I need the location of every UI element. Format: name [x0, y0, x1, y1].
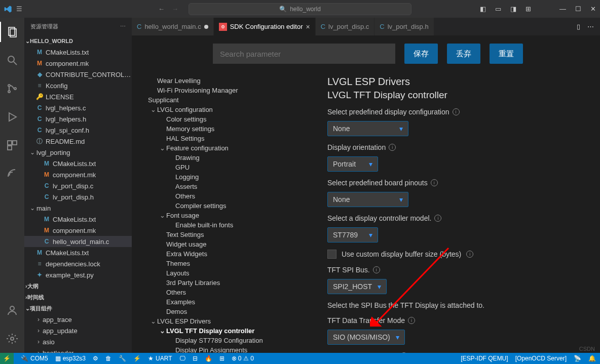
info-icon[interactable]: i [434, 215, 441, 222]
info-icon[interactable]: i [389, 144, 396, 151]
file-row[interactable]: MCMakeLists.txt [24, 247, 132, 258]
activity-debug-icon[interactable] [0, 107, 24, 127]
search-parameter-input[interactable] [213, 44, 395, 64]
config-tree-row[interactable]: HAL Settings [140, 134, 319, 143]
reset-button[interactable]: 重置 [490, 44, 523, 64]
file-row[interactable]: Mcomponent.mk [24, 225, 132, 236]
config-tree-row[interactable]: ⌄Feature configuration [140, 143, 319, 153]
config-tree-row[interactable]: Widget usage [140, 239, 319, 249]
file-row[interactable]: Clvgl_helpers.c [24, 102, 132, 113]
editor-tab[interactable]: Chello_world_main.c [132, 18, 214, 35]
editor-tab[interactable]: ⚙SDK Configuration editor× [214, 18, 316, 35]
nav-forward-icon[interactable]: → [172, 5, 178, 13]
file-row[interactable]: Mcomponent.mk [24, 169, 132, 180]
status-errors-icon[interactable]: ⊗ 0 ⚠ 0 [232, 355, 254, 362]
explorer-root[interactable]: ⌄HELLO_WORLD [24, 35, 132, 47]
nav-back-icon[interactable]: ← [158, 5, 165, 13]
activity-accounts-icon[interactable] [0, 300, 24, 320]
config-tree-row[interactable]: Themes [140, 259, 319, 268]
config-tree-row[interactable]: Others [140, 191, 319, 201]
config-tree-row[interactable]: Others [140, 288, 319, 297]
status-action1-icon[interactable]: ⊟ [193, 355, 198, 362]
config-tree-row[interactable]: Display Pin Assignments [140, 345, 319, 353]
layout-customize-icon[interactable]: ⊞ [526, 5, 531, 13]
config-tree-row[interactable]: Enable built-in fonts [140, 220, 319, 230]
section-timeline[interactable]: ›时间线 [24, 292, 132, 303]
info-icon[interactable]: i [453, 108, 460, 115]
status-chip[interactable]: ▦ esp32s3 [55, 355, 86, 362]
file-row[interactable]: ≡Kconfig [24, 80, 132, 91]
config-select[interactable]: SPI2_HOST [327, 279, 387, 294]
file-row[interactable]: Mcomponent.mk [24, 58, 132, 69]
config-tree-row[interactable]: Memory settings [140, 124, 319, 134]
component-row[interactable]: ›asio [24, 336, 132, 347]
file-row[interactable]: MCMakeLists.txt [24, 158, 132, 169]
status-bell-icon[interactable]: 🔔 [588, 355, 596, 362]
status-flame-icon[interactable]: 🔥 [205, 355, 212, 362]
config-tree-row[interactable]: Extra Widgets [140, 249, 319, 259]
file-row[interactable]: Chello_world_main.c [24, 236, 132, 247]
file-row[interactable]: Clv_port_disp.c [24, 180, 132, 191]
status-action2-icon[interactable]: ⊞ [219, 355, 224, 362]
config-select[interactable]: ST7789 [327, 227, 378, 242]
config-tree-row[interactable]: Wi-Fi Provisioning Manager [140, 86, 319, 95]
editor-tab[interactable]: Clv_port_disp.h [374, 18, 434, 35]
config-tree-row[interactable]: GPU [140, 163, 319, 172]
file-row[interactable]: Clvgl_spi_conf.h [24, 125, 132, 136]
window-minimize-icon[interactable]: — [559, 5, 566, 13]
status-com-port[interactable]: 🔌 COM5 [21, 355, 48, 362]
tab-more-icon[interactable]: ⋯ [587, 23, 594, 30]
config-tree[interactable]: Wear LevellingWi-Fi Provisioning Manager… [132, 35, 324, 353]
file-row[interactable]: Clv_port_disp.h [24, 191, 132, 203]
status-flash-icon[interactable]: ⚡ [133, 355, 141, 362]
save-button[interactable]: 保存 [404, 44, 438, 64]
config-tree-row[interactable]: ⌄Font usage [140, 211, 319, 220]
status-clean-icon[interactable]: 🗑 [105, 355, 111, 362]
layout-toggle-secondary-icon[interactable]: ◨ [510, 5, 516, 13]
config-tree-row[interactable]: Asserts [140, 182, 319, 191]
section-outline[interactable]: ›大纲 [24, 280, 132, 292]
activity-search-icon[interactable] [0, 50, 24, 70]
component-row[interactable]: ›app_trace [24, 314, 132, 325]
config-tree-row[interactable]: Display ST7789 Configuration [140, 336, 319, 345]
config-tree-row[interactable]: ⌄LVGL configuration [140, 105, 319, 114]
file-row[interactable]: ≡dependencies.lock [24, 258, 132, 269]
activity-espressif-icon[interactable] [0, 164, 24, 184]
folder-lvgl-porting[interactable]: ⌄lvgl_porting [24, 147, 132, 158]
layout-toggle-panel-icon[interactable]: ▭ [495, 5, 501, 13]
file-row[interactable]: MCMakeLists.txt [24, 214, 132, 225]
menu-icon[interactable]: ☰ [16, 5, 22, 13]
component-row[interactable]: ›bootloader [24, 347, 132, 353]
config-tree-row[interactable]: ⌄LVGL ESP Drivers [140, 316, 319, 326]
info-icon[interactable]: i [408, 317, 415, 324]
info-icon[interactable]: i [400, 352, 407, 353]
config-tree-row[interactable]: Wear Levelling [140, 76, 319, 86]
config-select[interactable]: None [327, 121, 408, 136]
config-tree-row[interactable]: 3rd Party Libraries [140, 278, 319, 288]
status-openocd[interactable]: [OpenOCD Server] [515, 355, 567, 362]
status-remote-icon[interactable]: ⚡ [0, 353, 14, 364]
activity-explorer-icon[interactable] [0, 22, 24, 42]
folder-main[interactable]: ⌄main [24, 203, 132, 214]
config-tree-row[interactable]: Color settings [140, 114, 319, 124]
file-row[interactable]: Clvgl_helpers.h [24, 113, 132, 125]
editor-tab[interactable]: Clv_port_disp.c [316, 18, 375, 35]
tab-split-icon[interactable]: ▯ [577, 23, 580, 30]
status-monitor-icon[interactable]: 🖵 [179, 355, 185, 362]
config-tree-row[interactable]: Logging [140, 172, 319, 182]
activity-settings-icon[interactable] [0, 329, 24, 349]
status-gear-icon[interactable]: ⚙ [93, 355, 98, 362]
file-row[interactable]: ⓘREADME.md [24, 136, 132, 147]
config-checkbox[interactable]: Use custom display buffer size (bytes)i [327, 250, 590, 259]
sidebar-more-icon[interactable]: ⋯ [120, 23, 126, 30]
file-row[interactable]: 🔑LICENSE [24, 91, 132, 102]
activity-scm-icon[interactable] [0, 78, 24, 99]
info-icon[interactable]: i [373, 266, 380, 273]
status-build-icon[interactable]: 🔧 [119, 355, 126, 362]
config-select[interactable]: None [327, 192, 408, 207]
explorer-tree[interactable]: ⌄HELLO_WORLD MCMakeLists.txtMcomponent.m… [24, 35, 132, 353]
file-row[interactable]: ◆CONTRIBUTE_CONTROLLER_S... [24, 69, 132, 80]
config-tree-row[interactable]: Supplicant [140, 95, 319, 105]
config-select[interactable]: Portrait [327, 156, 378, 172]
command-center[interactable]: 🔍 hello_world [189, 3, 411, 15]
